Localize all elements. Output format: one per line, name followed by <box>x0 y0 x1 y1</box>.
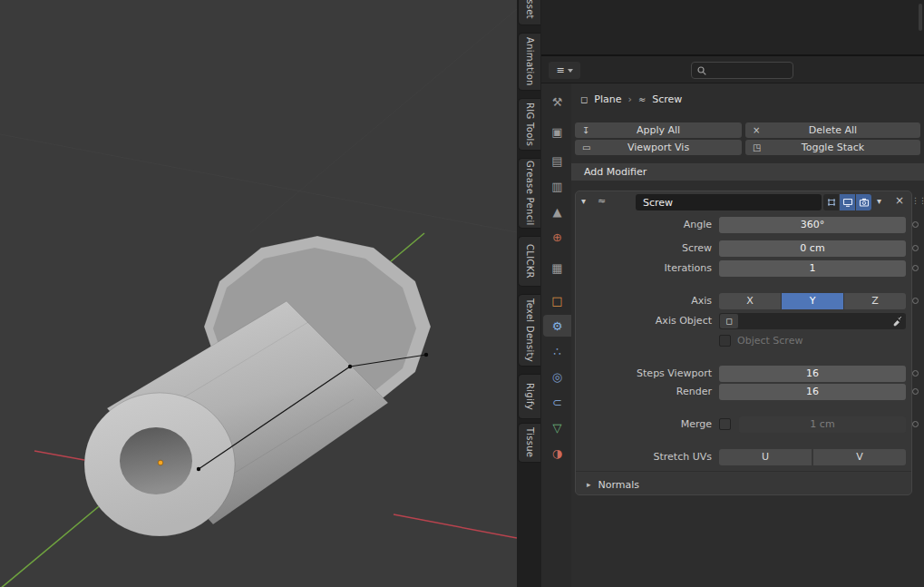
output-icon[interactable]: ▤ <box>543 150 571 171</box>
view-layer-icon[interactable]: ▥ <box>543 175 571 197</box>
decorator-dot-merge[interactable] <box>912 421 919 427</box>
decorator-dot-render[interactable] <box>912 388 919 395</box>
blender-window: Asset Animation RIG Tools Grease Pencil … <box>0 0 924 587</box>
sidebar-tab-rigify[interactable]: Rigify <box>518 374 540 419</box>
sidebar-tab-strip: Asset Animation RIG Tools Grease Pencil … <box>517 0 541 587</box>
delete-icon: × <box>753 125 760 135</box>
scrollbar[interactable] <box>919 4 922 31</box>
vertex-dot <box>424 353 428 357</box>
scene-icon[interactable]: ▲ <box>543 201 571 222</box>
modifier-name-field[interactable]: Screw <box>636 194 822 210</box>
decorator-dot-axis[interactable] <box>912 298 919 304</box>
search-icon <box>696 65 707 76</box>
stretch-u-button[interactable]: U <box>719 449 812 465</box>
chevron-right-icon: ▸ <box>587 480 591 489</box>
iterations-label: Iterations <box>576 260 712 277</box>
render-display-toggle[interactable] <box>856 194 871 210</box>
edit-mode-display-toggle[interactable] <box>823 194 839 210</box>
decorator-dot-angle[interactable] <box>912 221 919 228</box>
object-data-icon[interactable]: ▽ <box>543 416 571 438</box>
sidebar-tab-tissue[interactable]: Tissue <box>518 423 540 463</box>
decorator-dot-iterations[interactable] <box>912 265 919 271</box>
merge-checkbox[interactable] <box>719 418 731 430</box>
stretch-uvs-label: Stretch UVs <box>576 449 712 465</box>
material-icon[interactable]: ◑ <box>543 442 571 464</box>
editor-type-button[interactable]: ≡ <box>549 62 580 79</box>
object-icon[interactable]: □ <box>543 289 571 311</box>
viewport-3d[interactable] <box>0 0 517 587</box>
steps-viewport-field[interactable]: 16 <box>719 366 906 382</box>
breadcrumb: ◻ Plane › ≈ Screw <box>580 91 682 107</box>
outliner-bottom-area <box>541 0 924 56</box>
sidebar-tab-clickr[interactable]: CLICKR <box>518 236 540 287</box>
toggle-stack-button[interactable]: ◳ Toggle Stack <box>745 140 920 155</box>
drag-handle-icon[interactable]: ⋮⋮ <box>911 196 924 205</box>
apply-all-button[interactable]: ↧ Apply All <box>575 122 742 138</box>
vertex-dot <box>197 467 200 471</box>
stretch-v-button[interactable]: V <box>813 449 906 465</box>
particles-icon[interactable]: ∴ <box>543 340 571 362</box>
sidebar-tab-asset[interactable]: Asset <box>518 0 540 25</box>
vertices-icon <box>826 197 837 208</box>
object-screw-checkbox[interactable] <box>719 335 731 347</box>
close-icon[interactable]: × <box>895 194 904 207</box>
properties-editor-icon: ≡ <box>556 64 564 76</box>
modifier-panel-header: ▾ ≈ Screw <box>576 193 911 211</box>
viewport-vis-button[interactable]: ▭ Viewport Vis <box>575 140 742 155</box>
constraints-icon[interactable]: ⊂ <box>543 391 571 413</box>
delete-all-button[interactable]: × Delete All <box>745 122 920 138</box>
breadcrumb-modifier[interactable]: Screw <box>652 93 682 105</box>
merge-threshold-field[interactable]: 1 cm <box>739 416 906 433</box>
viewport-scene <box>0 0 517 587</box>
eyedropper-icon[interactable] <box>891 316 902 327</box>
iterations-field[interactable]: 1 <box>719 260 906 277</box>
axis-y-button[interactable]: Y <box>782 293 843 309</box>
screw-modifier-panel: ▾ ≈ Screw <box>575 191 912 495</box>
screw-field[interactable]: 0 cm <box>719 240 906 257</box>
screw-modifier-icon: ≈ <box>638 94 646 104</box>
axis-y-line <box>0 498 109 587</box>
breadcrumb-object[interactable]: Plane <box>594 93 621 105</box>
axis-label: Axis <box>576 293 712 309</box>
sidebar-tab-grease-pencil[interactable]: Grease Pencil <box>518 158 540 229</box>
modifier-extras-dropdown-icon[interactable]: ▾ <box>877 196 881 206</box>
expand-icon: ◳ <box>753 142 761 152</box>
axis-z-button[interactable]: Z <box>844 293 906 309</box>
apply-icon: ↧ <box>582 125 589 135</box>
render-icon[interactable]: ▣ <box>543 121 571 142</box>
chevron-down-icon[interactable]: ▾ <box>581 196 586 206</box>
decorator-dot-steps[interactable] <box>912 370 919 377</box>
add-modifier-button[interactable]: Add Modifier <box>571 163 924 181</box>
mesh-hole <box>120 427 192 494</box>
axis-x-button[interactable]: X <box>719 293 781 309</box>
modifiers-icon[interactable]: ⚙ <box>543 315 571 337</box>
render-field[interactable]: 16 <box>719 384 906 400</box>
vertex-dot <box>348 365 352 368</box>
monitor-icon <box>842 197 853 208</box>
properties-main: ◻ Plane › ≈ Screw ↧ Apply All × Delete A… <box>571 83 924 587</box>
physics-icon[interactable]: ◎ <box>543 366 571 387</box>
decorator-dot-screw[interactable] <box>912 245 919 251</box>
angle-label: Angle <box>576 217 712 233</box>
normals-subpanel-header[interactable]: ▸ Normals <box>587 476 639 493</box>
axis-object-field[interactable]: ◻ <box>719 313 906 329</box>
grid-line <box>250 9 517 232</box>
collection-icon[interactable]: ▦ <box>543 257 571 279</box>
screw-modifier-icon: ≈ <box>598 195 606 207</box>
axis-x-line <box>394 514 517 538</box>
divider <box>576 471 911 472</box>
realtime-display-toggle[interactable] <box>840 194 855 210</box>
angle-field[interactable]: 360° <box>719 217 906 233</box>
properties-header: ≡ <box>541 56 924 83</box>
sidebar-tab-texel-density[interactable]: Texel Density <box>518 294 540 367</box>
sidebar-tab-animation[interactable]: Animation <box>518 33 540 91</box>
object-screw-label: Object Screw <box>737 333 846 349</box>
world-icon[interactable]: ⊕ <box>543 226 571 248</box>
render-label: Render <box>576 384 712 400</box>
search-input[interactable] <box>691 62 793 79</box>
tool-icon[interactable]: ⚒ <box>543 91 571 113</box>
grid-line <box>0 134 517 232</box>
merge-label: Merge <box>576 416 712 433</box>
breadcrumb-separator-icon: › <box>627 93 631 105</box>
sidebar-tab-rig-tools[interactable]: RIG Tools <box>518 98 540 151</box>
